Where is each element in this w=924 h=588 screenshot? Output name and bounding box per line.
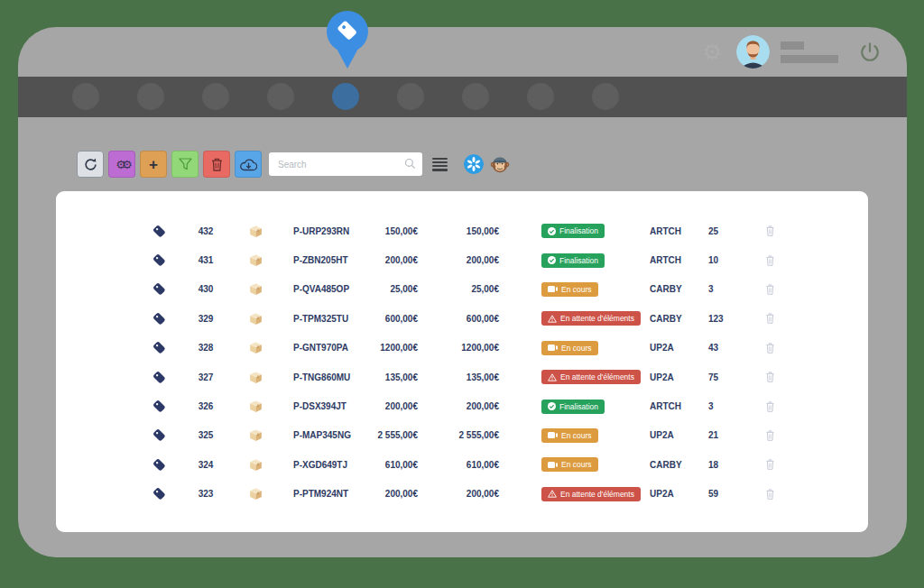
refresh-icon bbox=[83, 157, 98, 172]
product-code: P-GNT970PA bbox=[269, 343, 372, 353]
toolbar: ⚙⚙ + bbox=[77, 151, 510, 178]
search-input[interactable] bbox=[269, 152, 422, 176]
unit-price: 135,00€ bbox=[372, 372, 418, 382]
add-button[interactable]: + bbox=[140, 151, 167, 178]
settings-button[interactable]: ⚙⚙ bbox=[108, 151, 135, 178]
table-row[interactable]: 325 P-MAP345NG 2 555,00€ 2 555,00€ bbox=[56, 421, 868, 450]
table-row[interactable]: 326 P-DSX394JT 200,00€ 200,00€ bbox=[56, 391, 868, 420]
delete-button[interactable] bbox=[203, 151, 230, 178]
status-label: Finalisation bbox=[559, 226, 598, 235]
status-badge: Finalisation bbox=[541, 224, 605, 238]
status-badge: Finalisation bbox=[541, 400, 605, 414]
tag-icon bbox=[148, 400, 170, 413]
row-delete-button[interactable] bbox=[761, 459, 779, 470]
tag-icon bbox=[148, 225, 170, 238]
row-delete-button[interactable] bbox=[761, 225, 779, 236]
row-delete-button[interactable] bbox=[761, 284, 779, 295]
nav-item-1[interactable] bbox=[72, 83, 99, 110]
row-delete-button[interactable] bbox=[761, 255, 779, 266]
unit-price: 25,00€ bbox=[372, 284, 418, 294]
nav-item-2[interactable] bbox=[137, 83, 164, 110]
nav-item-9[interactable] bbox=[592, 83, 619, 110]
tag-icon bbox=[148, 341, 170, 354]
in-progress-icon bbox=[548, 286, 558, 292]
nav-item-5[interactable] bbox=[332, 83, 359, 110]
unit-price: 610,00€ bbox=[372, 460, 418, 470]
filter-button[interactable] bbox=[171, 151, 199, 178]
package-icon bbox=[242, 224, 269, 239]
list-view-button[interactable] bbox=[432, 158, 448, 171]
unit-price: 200,00€ bbox=[372, 489, 418, 499]
data-table-card: 432 P-URP293RN 150,00€ 150,00€ bbox=[56, 191, 868, 532]
total-price: 2 555,00€ bbox=[418, 430, 499, 440]
tag-icon bbox=[148, 253, 170, 267]
table-row[interactable]: 323 P-PTM924NT 200,00€ 200,00€ bbox=[56, 480, 868, 509]
table-row[interactable]: 432 P-URP293RN 150,00€ 150,00€ bbox=[56, 216, 868, 245]
table-row[interactable]: 329 P-TPM325TU 600,00€ 600,00€ bbox=[56, 304, 868, 333]
nav-item-4[interactable] bbox=[267, 83, 294, 110]
unit-price: 600,00€ bbox=[372, 314, 418, 324]
row-id: 325 bbox=[170, 430, 242, 440]
package-icon bbox=[242, 427, 269, 443]
product-code: P-ZBN205HT bbox=[269, 255, 372, 265]
window-body: ⚙⚙ + bbox=[18, 117, 907, 557]
row-id: 323 bbox=[170, 489, 242, 499]
row-delete-button[interactable] bbox=[761, 372, 779, 382]
status-badge: En cours bbox=[541, 282, 598, 297]
search-icon bbox=[404, 158, 416, 170]
row-delete-button[interactable] bbox=[761, 313, 779, 324]
row-id: 430 bbox=[170, 284, 242, 294]
status-label: En attente d'éléments bbox=[560, 314, 634, 323]
unit-price: 150,00€ bbox=[372, 226, 418, 236]
table-row[interactable]: 328 P-GNT970PA 1200,00€ 1200,00€ bbox=[56, 334, 868, 363]
package-icon bbox=[242, 311, 269, 326]
quantity: 3 bbox=[708, 284, 761, 294]
power-icon[interactable] bbox=[858, 41, 882, 64]
mailchimp-icon[interactable] bbox=[490, 154, 510, 174]
status-label: En attente d'éléments bbox=[560, 490, 634, 499]
shutter-app-icon[interactable] bbox=[464, 154, 484, 174]
row-id: 326 bbox=[170, 401, 242, 411]
status-badge: En cours bbox=[541, 428, 598, 443]
table-row[interactable]: 430 P-QVA485OP 25,00€ 25,00€ bbox=[56, 275, 868, 304]
nav-item-6[interactable] bbox=[397, 83, 424, 110]
status-badge: En attente d'éléments bbox=[541, 487, 641, 501]
row-id: 328 bbox=[170, 343, 242, 353]
trash-icon bbox=[766, 372, 774, 382]
row-delete-button[interactable] bbox=[761, 401, 779, 412]
category: UP2A bbox=[650, 430, 708, 440]
table-row[interactable]: 327 P-TNG860MU 135,00€ 135,00€ bbox=[56, 363, 868, 391]
in-progress-icon bbox=[548, 462, 558, 468]
status-badge: En cours bbox=[541, 457, 598, 472]
refresh-button[interactable] bbox=[77, 151, 104, 178]
avatar[interactable] bbox=[736, 35, 770, 69]
status-label: Finalisation bbox=[559, 256, 598, 265]
table-row[interactable]: 431 P-ZBN205HT 200,00€ 200,00€ bbox=[56, 245, 868, 274]
quantity: 10 bbox=[708, 255, 761, 265]
tag-icon bbox=[148, 487, 170, 501]
tag-icon bbox=[148, 428, 170, 442]
export-button[interactable] bbox=[235, 151, 262, 178]
nav-item-7[interactable] bbox=[462, 83, 489, 110]
status-badge: En attente d'éléments bbox=[541, 311, 641, 326]
row-delete-button[interactable] bbox=[761, 343, 779, 354]
warning-icon bbox=[548, 315, 557, 323]
product-code: P-DSX394JT bbox=[269, 401, 372, 411]
trash-icon bbox=[766, 284, 774, 295]
table-row[interactable]: 324 P-XGD649TJ 610,00€ 610,00€ bbox=[56, 450, 868, 479]
funnel-icon bbox=[179, 158, 192, 170]
category: UP2A bbox=[650, 489, 708, 499]
quantity: 43 bbox=[708, 343, 761, 353]
nav-item-3[interactable] bbox=[202, 83, 229, 110]
row-delete-button[interactable] bbox=[761, 489, 779, 500]
cloud-download-icon bbox=[240, 158, 257, 171]
tag-icon bbox=[148, 371, 170, 384]
quantity: 75 bbox=[708, 372, 761, 382]
status-label: En cours bbox=[561, 431, 592, 440]
row-delete-button[interactable] bbox=[761, 430, 779, 441]
nav-item-8[interactable] bbox=[527, 83, 554, 110]
nav-bar bbox=[18, 77, 907, 117]
row-id: 327 bbox=[170, 372, 242, 382]
quantity: 59 bbox=[708, 489, 761, 499]
gear-icon[interactable]: ⚙ bbox=[702, 40, 722, 65]
